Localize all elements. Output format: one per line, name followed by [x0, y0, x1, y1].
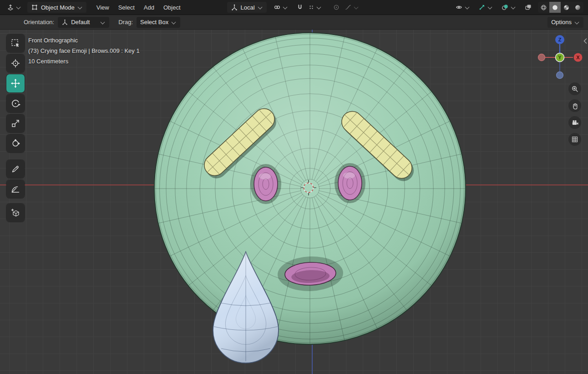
tool-scale[interactable] [6, 114, 25, 133]
object-mode-dropdown[interactable]: Object Mode [27, 2, 86, 13]
rendered-shading-icon [574, 4, 581, 11]
tool-add-cube[interactable] [6, 204, 25, 222]
shading-solid-button[interactable] [549, 2, 561, 13]
viewport-header: Object Mode View Select Add Object Local [0, 0, 588, 15]
chevron-down-icon [487, 5, 493, 10]
camera-icon [571, 119, 578, 126]
drag-dropdown[interactable]: Select Box [137, 17, 180, 28]
axis-y-handle[interactable]: Y [556, 53, 564, 62]
axis-z-negative-handle[interactable] [557, 72, 563, 79]
right-eye-object[interactable] [335, 163, 365, 203]
shading-material-button[interactable] [561, 2, 572, 13]
tool-settings-bar: Orientation: Default Drag: Select Box Op… [0, 15, 588, 30]
gizmo-arrow-icon [478, 4, 486, 11]
menu-object[interactable]: Object [159, 0, 185, 15]
move-icon [10, 78, 20, 88]
object-visibility-dropdown[interactable] [453, 2, 472, 13]
tool-select-box[interactable] [6, 34, 25, 52]
tool-rotate[interactable] [6, 94, 25, 113]
navigation-gizmo[interactable]: Z X Y [536, 32, 583, 82]
object-mode-icon [31, 4, 38, 11]
transform-orientation-label: Local [241, 4, 255, 11]
axis-x-negative-handle[interactable] [538, 54, 545, 61]
tool-measure[interactable] [6, 180, 25, 198]
pan-hand-icon [571, 102, 578, 109]
chevron-down-icon [511, 5, 516, 10]
chevron-down-icon [77, 5, 83, 10]
zoom-button[interactable] [568, 82, 581, 95]
menu-view[interactable]: View [92, 0, 114, 15]
axis-x-handle[interactable]: X [574, 53, 583, 62]
orientation-value: Default [71, 19, 97, 26]
drag-label: Drag: [118, 19, 133, 26]
material-shading-icon [563, 4, 570, 11]
chevron-left-icon [583, 38, 588, 44]
axis-z-label: Z [558, 37, 562, 42]
viewport-canvas[interactable] [0, 30, 588, 374]
toolbar [6, 34, 25, 224]
shading-rendered-button[interactable] [572, 2, 583, 13]
camera-view-button[interactable] [568, 116, 581, 129]
options-label: Options [551, 19, 572, 26]
snap-toggle[interactable] [294, 2, 306, 13]
rotate-icon [10, 98, 20, 108]
orientation-axis-icon [231, 4, 238, 11]
tool-transform[interactable] [6, 134, 25, 153]
chevron-down-icon [465, 5, 470, 10]
wireframe-shading-icon [540, 4, 547, 11]
xray-icon [524, 4, 532, 11]
perspective-toggle-button[interactable] [568, 133, 581, 146]
axis-z-handle[interactable]: Z [555, 35, 564, 44]
xray-toggle[interactable] [522, 2, 534, 13]
cursor-icon [10, 58, 20, 68]
annotate-icon [10, 164, 20, 174]
sidebar-toggle[interactable] [583, 38, 588, 46]
viewport-3d[interactable]: Front Orthographic (73) Crying face Emoj… [0, 30, 588, 374]
chevron-down-icon [283, 5, 288, 10]
shading-wireframe-button[interactable] [538, 2, 549, 13]
transform-icon [10, 138, 20, 149]
chevron-down-icon [574, 20, 580, 25]
chevron-down-icon [258, 5, 263, 10]
gizmos-dropdown[interactable] [476, 2, 495, 13]
menu-select[interactable]: Select [114, 0, 139, 15]
transform-orientation-dropdown[interactable]: Local [227, 2, 267, 13]
tool-move[interactable] [6, 74, 25, 92]
pivot-point-dropdown[interactable] [271, 2, 290, 13]
axis-x-label: X [576, 55, 580, 60]
orientation-axis-icon [61, 19, 68, 26]
proportional-circle-icon [333, 4, 340, 11]
editor-type-button[interactable] [5, 2, 24, 13]
pan-button[interactable] [568, 99, 581, 112]
zoom-icon [571, 85, 578, 92]
viewport-info: Front Orthographic (73) Crying face Emoj… [28, 35, 140, 67]
left-eye-object[interactable] [250, 164, 281, 204]
chevron-down-icon [16, 5, 21, 10]
proportional-falloff-dropdown[interactable] [342, 2, 361, 13]
options-dropdown[interactable]: Options [547, 17, 583, 28]
select-box-icon [10, 38, 20, 48]
falloff-curve-icon [345, 4, 352, 11]
viewport-controls [568, 82, 581, 146]
menu-add[interactable]: Add [139, 0, 159, 15]
scale-icon [10, 118, 20, 128]
measure-icon [10, 184, 20, 194]
overlays-dropdown[interactable] [499, 2, 518, 13]
face-shading [154, 33, 466, 344]
shading-mode-segment [538, 2, 583, 13]
orientation-dropdown[interactable]: Default [58, 17, 109, 28]
active-object-text: (73) Crying face Emoji | Brows.009 : Key… [28, 46, 140, 56]
grid-icon [571, 136, 578, 143]
scale-text: 10 Centimeters [28, 56, 140, 67]
tool-cursor[interactable] [6, 54, 25, 72]
add-cube-icon [10, 208, 20, 218]
object-mode-label: Object Mode [41, 4, 75, 11]
view-name-text: Front Orthographic [28, 35, 140, 46]
snap-settings-dropdown[interactable] [306, 2, 324, 13]
overlays-icon [501, 4, 509, 11]
face-object[interactable] [154, 33, 466, 344]
tool-annotate[interactable] [6, 160, 25, 178]
snap-settings-icon [308, 4, 314, 10]
proportional-editing-toggle[interactable] [330, 2, 342, 13]
chevron-down-icon [316, 5, 322, 10]
